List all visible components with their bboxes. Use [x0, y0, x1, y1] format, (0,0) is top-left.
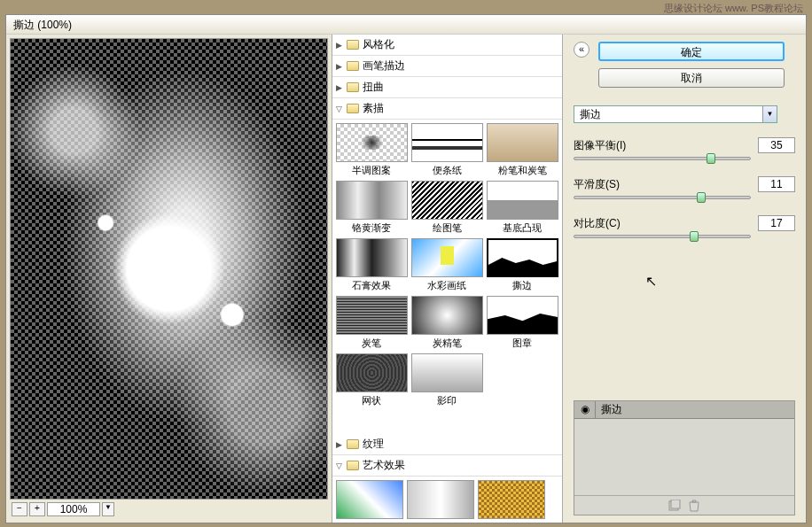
effect-layers-panel: ◉ 撕边	[574, 400, 795, 515]
slider-value-input[interactable]: 11	[758, 176, 795, 192]
folder-icon	[347, 61, 359, 71]
slider-track[interactable]	[574, 235, 751, 238]
artistic-thumb[interactable]	[407, 480, 474, 519]
slider-thumb[interactable]	[697, 192, 706, 203]
filter-gallery-dialog: 撕边 (100%) − + 100% ▼ ▶ 风格化 ▶ 画	[5, 14, 807, 523]
category-brush[interactable]: ▶ 画笔描边	[332, 56, 562, 77]
slider-value-input[interactable]: 17	[758, 215, 795, 231]
thumb-grid: 半调图案 便条纸 粉笔和炭笔 铬黄渐变 绘图笔 基底凸现 石膏效果 水彩画纸 撕…	[336, 123, 558, 407]
visibility-eye-icon[interactable]: ◉	[574, 401, 596, 418]
filter-thumb[interactable]: 炭笔	[336, 296, 408, 350]
slider-smoothness: 平滑度(S) 11	[574, 176, 795, 199]
svg-rect-1	[671, 500, 680, 508]
slider-track[interactable]	[574, 196, 751, 199]
collapse-icon: ▽	[336, 105, 347, 113]
filter-thumb[interactable]: 半调图案	[336, 123, 408, 177]
category-label: 纹理	[363, 437, 384, 452]
folder-icon	[347, 461, 359, 470]
ok-button[interactable]: 确定	[598, 42, 785, 61]
filter-thumb[interactable]: 影印	[411, 353, 483, 407]
thumbnails-area: 半调图案 便条纸 粉笔和炭笔 铬黄渐变 绘图笔 基底凸现 石膏效果 水彩画纸 撕…	[332, 120, 562, 434]
filter-thumb[interactable]: 基底凸现	[487, 181, 558, 235]
collapse-icon: ▽	[336, 461, 347, 470]
preview-image[interactable]	[10, 38, 328, 500]
slider-value-input[interactable]: 35	[758, 137, 795, 153]
expand-icon: ▶	[336, 440, 347, 449]
zoom-value[interactable]: 100%	[47, 502, 100, 516]
preview-pane: − + 100% ▼	[6, 35, 332, 523]
category-label: 素描	[363, 101, 384, 116]
chevron-down-icon: ▼	[762, 106, 777, 122]
slider-label: 平滑度(S)	[574, 177, 620, 192]
filter-thumb-selected[interactable]: 撕边	[487, 238, 558, 292]
artistic-thumb[interactable]	[478, 480, 545, 519]
cancel-button[interactable]: 取消	[598, 68, 785, 88]
slider-thumb[interactable]	[707, 153, 715, 164]
folder-icon	[347, 104, 359, 113]
slider-thumb[interactable]	[690, 231, 699, 242]
filter-thumb[interactable]: 便条纸	[411, 123, 483, 177]
category-artistic[interactable]: ▽ 艺术效果	[332, 455, 562, 477]
preview-noise	[11, 39, 327, 499]
category-sketch[interactable]: ▽ 素描	[332, 98, 562, 120]
slider-track[interactable]	[574, 157, 751, 160]
cursor-icon: ↖	[645, 273, 657, 290]
layer-tools	[574, 495, 794, 515]
expand-icon: ▶	[336, 83, 347, 92]
filter-thumb[interactable]: 网状	[336, 353, 408, 407]
slider-contrast: 对比度(C) 17	[574, 215, 795, 238]
folder-icon	[347, 439, 359, 449]
category-texture[interactable]: ▶ 纹理	[332, 434, 562, 455]
folder-icon	[347, 40, 359, 50]
effect-layer-row[interactable]: ◉ 撕边	[574, 401, 794, 419]
slider-image-balance: 图像平衡(I) 35	[574, 137, 795, 160]
artistic-thumb[interactable]	[336, 480, 403, 519]
slider-label: 图像平衡(I)	[574, 138, 626, 153]
filter-thumb[interactable]: 图章	[487, 296, 558, 350]
filter-select-dropdown[interactable]: 撕边 ▼	[574, 105, 777, 123]
collapse-gallery-button[interactable]: «	[574, 42, 589, 58]
category-distort[interactable]: ▶ 扭曲	[332, 77, 562, 98]
zoom-bar: − + 100% ▼	[10, 500, 328, 519]
layer-name: 撕边	[596, 402, 628, 417]
category-stylize[interactable]: ▶ 风格化	[332, 35, 562, 56]
zoom-in-button[interactable]: +	[29, 502, 45, 516]
category-label: 画笔描边	[363, 58, 405, 74]
category-label: 风格化	[363, 37, 394, 52]
watermark-text: 思缘设计论坛 www. PS教程论坛	[664, 2, 803, 15]
filter-thumb[interactable]: 粉笔和炭笔	[487, 123, 558, 177]
expand-icon: ▶	[336, 41, 347, 50]
expand-icon: ▶	[336, 62, 347, 71]
dialog-content: − + 100% ▼ ▶ 风格化 ▶ 画笔描边 ▶ 扭曲	[6, 35, 806, 523]
title-bar: 撕边 (100%)	[6, 15, 806, 35]
filter-thumb[interactable]: 石膏效果	[336, 238, 408, 292]
filter-thumb[interactable]: 绘图笔	[411, 181, 483, 235]
category-label: 艺术效果	[363, 458, 405, 473]
zoom-out-button[interactable]: −	[12, 502, 27, 516]
new-layer-icon[interactable]	[668, 500, 682, 512]
trash-icon[interactable]	[687, 500, 701, 512]
filter-thumb[interactable]: 炭精笔	[411, 296, 483, 350]
slider-label: 对比度(C)	[574, 216, 621, 231]
folder-icon	[347, 82, 359, 92]
zoom-dropdown-icon[interactable]: ▼	[102, 502, 114, 516]
settings-pane: « 确定 取消 撕边 ▼ 图像平衡(I) 35	[563, 35, 806, 523]
layers-body	[574, 419, 794, 495]
filter-thumb[interactable]: 铬黄渐变	[336, 181, 408, 235]
category-label: 扭曲	[363, 80, 384, 95]
filter-thumb[interactable]: 水彩画纸	[411, 238, 483, 292]
filter-select-value: 撕边	[574, 107, 762, 122]
filter-gallery-pane: ▶ 风格化 ▶ 画笔描边 ▶ 扭曲 ▽ 素描 半调图案	[332, 35, 563, 523]
